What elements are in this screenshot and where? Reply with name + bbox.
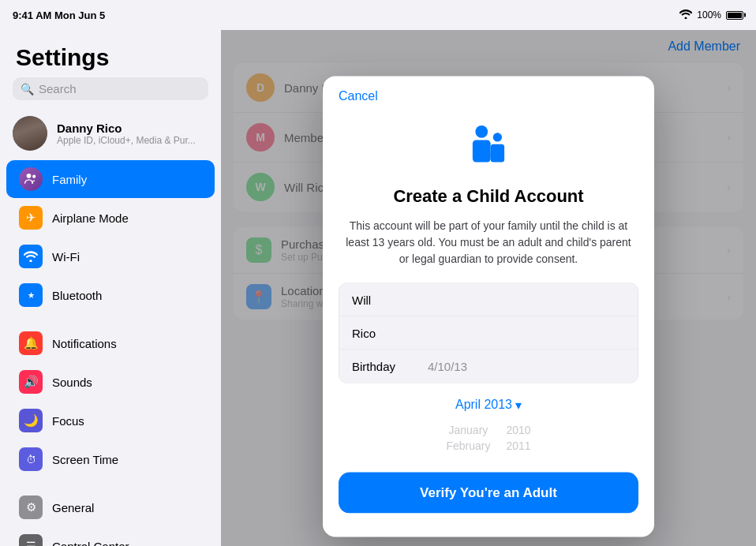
sidebar-item-wifi[interactable]: Wi-Fi: [6, 237, 215, 275]
wifi-icon: [679, 9, 692, 21]
birthday-label: Birthday: [352, 359, 415, 372]
svg-rect-7: [486, 155, 490, 157]
date-selector-button[interactable]: April 2013 ▾: [455, 397, 522, 412]
family-avatar: [19, 167, 43, 191]
modal-title: Create a Child Account: [323, 185, 654, 218]
sidebar-item-bluetooth[interactable]: ⭒ Bluetooth: [6, 276, 215, 314]
svg-point-0: [27, 174, 32, 178]
sounds-icon: 🔊: [19, 370, 43, 394]
battery-percentage: 100%: [697, 9, 721, 21]
year-picker-col: 2010 2011: [506, 423, 530, 451]
modal-description: This account will be part of your family…: [323, 217, 654, 282]
sidebar-item-screentime[interactable]: ⏱ Screen Time: [6, 440, 215, 478]
sidebar-list: Family ✈ Airplane Mode Wi-Fi: [0, 160, 221, 546]
first-name-value: Will: [352, 293, 371, 306]
modal-icon-area: [323, 110, 654, 185]
notifications-icon: 🔔: [19, 331, 43, 355]
sidebar-item-label-bluetooth: Bluetooth: [52, 289, 102, 302]
screentime-icon: ⏱: [19, 447, 43, 471]
picker-month-1: January: [449, 423, 488, 436]
svg-rect-3: [473, 140, 491, 162]
sidebar-item-focus[interactable]: 🌙 Focus: [6, 402, 215, 439]
user-profile-row[interactable]: Danny Rico Apple ID, iCloud+, Media & Pu…: [0, 110, 221, 157]
date-selector-label: April 2013: [455, 398, 512, 412]
first-name-field[interactable]: Will: [339, 283, 638, 316]
sidebar-item-sounds[interactable]: 🔊 Sounds: [6, 363, 215, 401]
modal-fields: Will Rico Birthday 4/10/13: [339, 282, 638, 383]
status-bar: 9:41 AM Mon Jun 5 100%: [0, 0, 756, 30]
picker-year-1: 2010: [506, 423, 530, 436]
user-info: Danny Rico Apple ID, iCloud+, Media & Pu…: [57, 122, 208, 146]
search-icon: 🔍: [21, 83, 34, 95]
sidebar-item-label-airplane: Airplane Mode: [52, 211, 129, 225]
parent-child-icon: [461, 118, 516, 173]
last-name-field[interactable]: Rico: [339, 316, 638, 350]
picker-year-2: 2011: [506, 439, 530, 451]
main-layout: Settings 🔍 Search Danny Rico Apple ID, i…: [0, 30, 756, 546]
sidebar-item-label-sounds: Sounds: [52, 376, 92, 389]
airplane-icon: ✈: [19, 206, 43, 230]
sidebar: Settings 🔍 Search Danny Rico Apple ID, i…: [0, 30, 221, 546]
controlcenter-icon: ☰: [19, 534, 43, 546]
sidebar-item-label-controlcenter: Control Center: [52, 540, 129, 547]
verify-adult-button[interactable]: Verify You're an Adult: [339, 472, 638, 513]
svg-point-2: [475, 125, 488, 138]
date-picker[interactable]: January February 2010 2011: [323, 415, 654, 462]
bluetooth-icon: ⭒: [19, 283, 43, 307]
status-icons: 100%: [679, 9, 743, 21]
sidebar-item-controlcenter[interactable]: ☰ Control Center: [6, 527, 215, 546]
sidebar-item-label-family: Family: [52, 173, 87, 186]
user-name: Danny Rico: [57, 122, 208, 135]
sidebar-item-label-general: General: [52, 501, 94, 514]
sidebar-item-general[interactable]: ⚙ General: [6, 488, 215, 526]
battery-icon: [726, 11, 743, 20]
svg-point-4: [493, 133, 502, 141]
birthday-field[interactable]: Birthday 4/10/13: [339, 350, 638, 382]
create-child-account-modal: Cancel Create a Child Account Thi: [323, 77, 654, 537]
sidebar-item-label-screentime: Screen Time: [52, 453, 118, 466]
wifi-settings-icon: [19, 245, 43, 268]
picker-month-2: February: [446, 439, 490, 451]
sidebar-item-family[interactable]: Family: [6, 160, 215, 198]
date-selector: April 2013 ▾: [323, 389, 654, 415]
sidebar-item-airplane[interactable]: ✈ Airplane Mode: [6, 199, 215, 237]
user-subtitle: Apple ID, iCloud+, Media & Pur...: [57, 135, 208, 146]
search-bar[interactable]: 🔍 Search: [13, 77, 208, 100]
focus-icon: 🌙: [19, 409, 43, 432]
sidebar-item-notifications[interactable]: 🔔 Notifications: [6, 324, 215, 362]
svg-point-1: [32, 175, 36, 178]
search-placeholder: Search: [39, 82, 77, 95]
chevron-down-icon: ▾: [515, 397, 522, 412]
month-picker-col: January February: [446, 423, 490, 451]
last-name-value: Rico: [352, 326, 376, 339]
avatar: [13, 116, 47, 151]
sidebar-item-label-notifications: Notifications: [52, 337, 117, 350]
content-area: Add Member D Danny Rico › M Member: [221, 30, 756, 546]
birthday-value: 4/10/13: [428, 359, 467, 372]
general-icon: ⚙: [19, 496, 43, 519]
status-time: 9:41 AM Mon Jun 5: [13, 9, 105, 21]
sidebar-title: Settings: [0, 38, 221, 77]
sidebar-item-label-wifi: Wi-Fi: [52, 250, 80, 264]
svg-rect-6: [491, 152, 495, 155]
cancel-button[interactable]: Cancel: [323, 77, 394, 110]
sidebar-item-label-focus: Focus: [52, 414, 84, 428]
